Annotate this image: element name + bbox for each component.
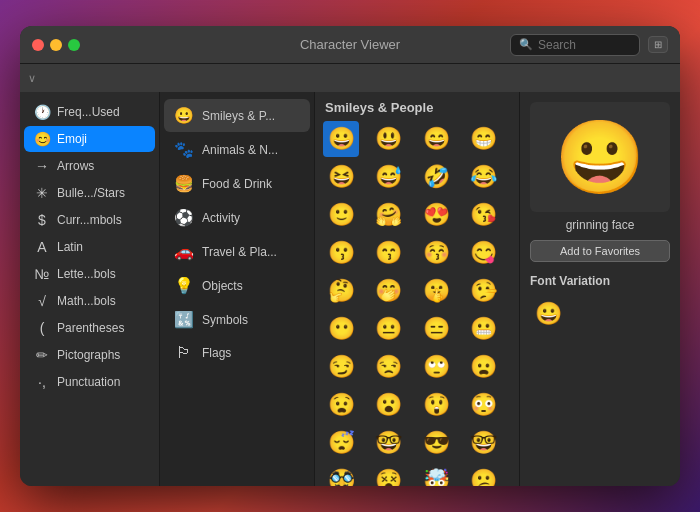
- nav-back[interactable]: ∨: [28, 72, 36, 85]
- close-button[interactable]: [32, 39, 44, 51]
- emoji-cell[interactable]: 🤯: [418, 463, 454, 486]
- emoji-cell[interactable]: 😍: [418, 197, 454, 233]
- emoji-grid-panel: Smileys & People 😀😃😄😁😆😅🤣😂🙂🤗😍😘😗😙😚😋🤔🤭🤫🤥😶😐😑…: [315, 92, 520, 486]
- emoji-cell[interactable]: 🤓: [466, 425, 502, 461]
- font-var-cell[interactable]: 😀: [530, 296, 566, 332]
- sidebar-label-emoji: Emoji: [57, 132, 87, 146]
- emoji-cell[interactable]: 😃: [371, 121, 407, 157]
- emoji-cell[interactable]: 😐: [371, 311, 407, 347]
- category-item-smileys[interactable]: 😀 Smileys & P...: [164, 99, 310, 132]
- emoji-cell[interactable]: 🤥: [466, 273, 502, 309]
- emoji-grid: 😀😃😄😁😆😅🤣😂🙂🤗😍😘😗😙😚😋🤔🤭🤫🤥😶😐😑😬😏😒🙄😦😧😮😲😳😴🤓😎🤓🥸😵🤯😕: [323, 121, 511, 486]
- emoji-cell[interactable]: 😵: [371, 463, 407, 486]
- category-item-food[interactable]: 🍔 Food & Drink: [164, 167, 310, 200]
- emoji-cell[interactable]: 🙄: [418, 349, 454, 385]
- sidebar-item-emoji[interactable]: 😊 Emoji: [24, 126, 155, 152]
- search-box[interactable]: 🔍: [510, 34, 640, 56]
- font-variation-grid: 😀: [530, 296, 670, 332]
- emoji-cell[interactable]: 😘: [466, 197, 502, 233]
- category-item-symbols[interactable]: 🔣 Symbols: [164, 303, 310, 336]
- sidebar-icon-freq-used: 🕐: [34, 104, 50, 120]
- emoji-cell[interactable]: 😗: [323, 235, 359, 271]
- emoji-cell[interactable]: 😙: [371, 235, 407, 271]
- emoji-cell[interactable]: 🤓: [371, 425, 407, 461]
- category-label-smileys: Smileys & P...: [202, 109, 275, 123]
- sidebar-item-bullets[interactable]: ✳ Bulle.../Stars: [24, 180, 155, 206]
- emoji-cell[interactable]: 😄: [418, 121, 454, 157]
- emoji-cell[interactable]: 😦: [466, 349, 502, 385]
- category-label-food: Food & Drink: [202, 177, 272, 191]
- emoji-cell[interactable]: 🤭: [371, 273, 407, 309]
- maximize-button[interactable]: [68, 39, 80, 51]
- minimize-button[interactable]: [50, 39, 62, 51]
- emoji-cell[interactable]: 😎: [418, 425, 454, 461]
- sidebar-item-freq-used[interactable]: 🕐 Freq...Used: [24, 99, 155, 125]
- emoji-cell[interactable]: 😁: [466, 121, 502, 157]
- emoji-cell[interactable]: 😑: [418, 311, 454, 347]
- search-input[interactable]: [538, 38, 628, 52]
- sidebar-item-math[interactable]: √ Math...bols: [24, 288, 155, 314]
- emoji-cell[interactable]: 😂: [466, 159, 502, 195]
- category-item-activity[interactable]: ⚽ Activity: [164, 201, 310, 234]
- emoji-cell[interactable]: 😴: [323, 425, 359, 461]
- category-label-flags: Flags: [202, 346, 231, 360]
- emoji-cell[interactable]: 😆: [323, 159, 359, 195]
- emoji-cell[interactable]: 😳: [466, 387, 502, 423]
- sidebar-icon-parentheses: (: [34, 320, 50, 336]
- emoji-cell[interactable]: 😲: [418, 387, 454, 423]
- sidebar-icon-bullets: ✳: [34, 185, 50, 201]
- sidebar-item-pictographs[interactable]: ✏ Pictographs: [24, 342, 155, 368]
- sidebar-label-latin: Latin: [57, 240, 83, 254]
- sidebar-icon-math: √: [34, 293, 50, 309]
- category-label-travel: Travel & Pla...: [202, 245, 277, 259]
- emoji-cell[interactable]: 😅: [371, 159, 407, 195]
- character-viewer-window: Character Viewer 🔍 ⊞ ∨ 🕐 Freq...Used😊 Em…: [20, 26, 680, 486]
- sidebar-item-punctuation[interactable]: ·, Punctuation: [24, 369, 155, 395]
- category-item-objects[interactable]: 💡 Objects: [164, 269, 310, 302]
- emoji-cell[interactable]: 🤫: [418, 273, 454, 309]
- emoji-cell[interactable]: 😬: [466, 311, 502, 347]
- emoji-cell[interactable]: 🙂: [323, 197, 359, 233]
- category-icon-travel: 🚗: [174, 242, 194, 261]
- sidebar-icon-punctuation: ·,: [34, 374, 50, 390]
- emoji-cell[interactable]: 😀: [323, 121, 359, 157]
- emoji-cell[interactable]: 😋: [466, 235, 502, 271]
- titlebar: Character Viewer 🔍 ⊞: [20, 26, 680, 64]
- detail-preview-bg: 😀: [530, 102, 670, 212]
- grid-view-button[interactable]: ⊞: [648, 36, 668, 53]
- emoji-cell[interactable]: 😧: [323, 387, 359, 423]
- titlebar-right: 🔍 ⊞: [510, 34, 668, 56]
- sidebar-icon-letters: №: [34, 266, 50, 282]
- category-label-symbols: Symbols: [202, 313, 248, 327]
- emoji-cell[interactable]: 😒: [371, 349, 407, 385]
- emoji-cell[interactable]: 😶: [323, 311, 359, 347]
- main-content: 🕐 Freq...Used😊 Emoji→ Arrows✳ Bulle.../S…: [20, 92, 680, 486]
- sidebar-label-currency: Curr...mbols: [57, 213, 122, 227]
- add-favorites-button[interactable]: Add to Favorites: [530, 240, 670, 262]
- emoji-cell[interactable]: 😕: [466, 463, 502, 486]
- emoji-cell[interactable]: 😏: [323, 349, 359, 385]
- sidebar-item-parentheses[interactable]: ( Parentheses: [24, 315, 155, 341]
- sidebar: 🕐 Freq...Used😊 Emoji→ Arrows✳ Bulle.../S…: [20, 92, 160, 486]
- emoji-cell[interactable]: 🤗: [371, 197, 407, 233]
- sidebar-label-bullets: Bulle.../Stars: [57, 186, 125, 200]
- emoji-cell[interactable]: 🤔: [323, 273, 359, 309]
- sidebar-item-currency[interactable]: $ Curr...mbols: [24, 207, 155, 233]
- category-panel: 😀 Smileys & P...🐾 Animals & N...🍔 Food &…: [160, 92, 315, 486]
- sidebar-item-arrows[interactable]: → Arrows: [24, 153, 155, 179]
- emoji-cell[interactable]: 🥸: [323, 463, 359, 486]
- category-item-animals[interactable]: 🐾 Animals & N...: [164, 133, 310, 166]
- category-item-travel[interactable]: 🚗 Travel & Pla...: [164, 235, 310, 268]
- sidebar-item-letters[interactable]: № Lette...bols: [24, 261, 155, 287]
- emoji-cell[interactable]: 🤣: [418, 159, 454, 195]
- font-variation-title: Font Variation: [530, 274, 670, 288]
- emoji-cell[interactable]: 😚: [418, 235, 454, 271]
- sidebar-icon-pictographs: ✏: [34, 347, 50, 363]
- emoji-cell[interactable]: 😮: [371, 387, 407, 423]
- category-icon-symbols: 🔣: [174, 310, 194, 329]
- sidebar-item-latin[interactable]: A Latin: [24, 234, 155, 260]
- sidebar-label-pictographs: Pictographs: [57, 348, 120, 362]
- traffic-lights: [32, 39, 80, 51]
- category-item-flags[interactable]: 🏳 Flags: [164, 337, 310, 369]
- sidebar-label-arrows: Arrows: [57, 159, 94, 173]
